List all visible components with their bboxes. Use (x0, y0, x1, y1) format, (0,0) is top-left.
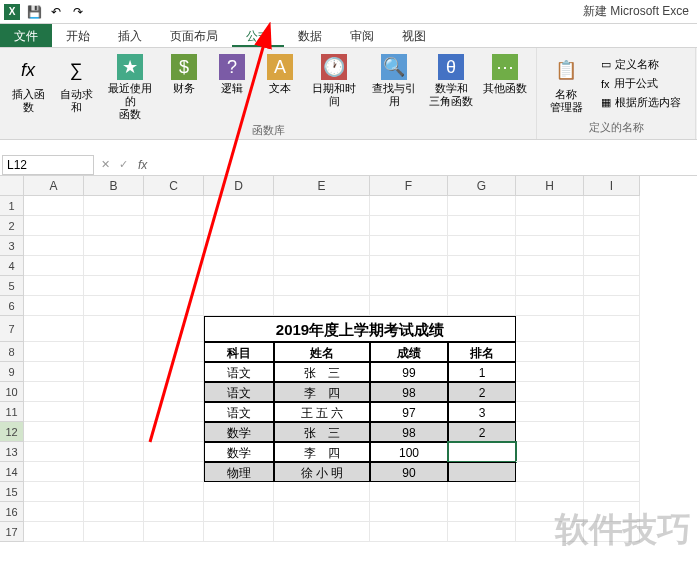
cell[interactable]: 数学 (204, 422, 274, 442)
cell[interactable] (448, 442, 516, 462)
cell[interactable] (516, 462, 584, 482)
cell[interactable] (84, 382, 144, 402)
cell[interactable] (584, 382, 640, 402)
cell[interactable] (584, 316, 640, 342)
cell[interactable] (516, 296, 584, 316)
cell[interactable]: 1 (448, 362, 516, 382)
cell[interactable] (84, 462, 144, 482)
cell[interactable] (204, 296, 274, 316)
cell[interactable]: 2 (448, 422, 516, 442)
cell[interactable] (516, 256, 584, 276)
cell[interactable] (204, 256, 274, 276)
cell[interactable] (448, 196, 516, 216)
col-header-H[interactable]: H (516, 176, 584, 196)
row-header[interactable]: 11 (0, 402, 24, 422)
cell[interactable] (370, 276, 448, 296)
cell[interactable]: 李 四 (274, 382, 370, 402)
cell[interactable] (24, 276, 84, 296)
cell[interactable] (274, 296, 370, 316)
cell[interactable] (516, 442, 584, 462)
col-header-F[interactable]: F (370, 176, 448, 196)
text-button[interactable]: A 文本 (258, 52, 302, 97)
cell[interactable] (370, 502, 448, 522)
row-header[interactable]: 8 (0, 342, 24, 362)
tab-layout[interactable]: 页面布局 (156, 24, 232, 47)
row-header[interactable]: 9 (0, 362, 24, 382)
cell[interactable] (516, 402, 584, 422)
cell[interactable] (84, 442, 144, 462)
from-selection-button[interactable]: ▦根据所选内容 (597, 94, 685, 111)
autosum-button[interactable]: ∑ 自动求和 (54, 52, 98, 116)
cell[interactable]: 王 五 六 (274, 402, 370, 422)
name-manager-button[interactable]: 📋 名称 管理器 (543, 52, 589, 116)
col-header-D[interactable]: D (204, 176, 274, 196)
cell[interactable] (84, 522, 144, 542)
cell[interactable] (144, 382, 204, 402)
cell[interactable]: 100 (370, 442, 448, 462)
row-header[interactable]: 6 (0, 296, 24, 316)
cell[interactable] (144, 316, 204, 342)
cell[interactable] (204, 522, 274, 542)
cell[interactable] (448, 256, 516, 276)
redo-icon[interactable]: ↷ (70, 4, 86, 20)
cell[interactable]: 姓名 (274, 342, 370, 362)
cell[interactable]: 90 (370, 462, 448, 482)
row-header[interactable]: 5 (0, 276, 24, 296)
cell[interactable] (448, 296, 516, 316)
cell[interactable] (144, 502, 204, 522)
cell[interactable]: 2 (448, 382, 516, 402)
cell[interactable] (24, 502, 84, 522)
cell[interactable] (24, 362, 84, 382)
finance-button[interactable]: $ 财务 (162, 52, 206, 97)
cell[interactable] (274, 236, 370, 256)
cell[interactable]: 成绩 (370, 342, 448, 362)
col-header-I[interactable]: I (584, 176, 640, 196)
cell[interactable] (584, 402, 640, 422)
cell[interactable] (584, 482, 640, 502)
cell[interactable]: 98 (370, 422, 448, 442)
cell[interactable]: 2019年度上学期考试成绩 (204, 316, 516, 342)
cell[interactable] (144, 216, 204, 236)
row-header[interactable]: 14 (0, 462, 24, 482)
cell[interactable]: 物理 (204, 462, 274, 482)
cell[interactable] (84, 256, 144, 276)
cell[interactable]: 科目 (204, 342, 274, 362)
cell[interactable] (204, 236, 274, 256)
select-all-corner[interactable] (0, 176, 24, 196)
col-header-B[interactable]: B (84, 176, 144, 196)
row-header[interactable]: 10 (0, 382, 24, 402)
cell[interactable] (516, 276, 584, 296)
cell[interactable] (370, 196, 448, 216)
row-header[interactable]: 4 (0, 256, 24, 276)
cell[interactable] (274, 256, 370, 276)
cancel-icon[interactable]: ✕ (96, 158, 114, 171)
col-header-A[interactable]: A (24, 176, 84, 196)
cell[interactable] (516, 316, 584, 342)
cell[interactable] (84, 402, 144, 422)
tab-formulas[interactable]: 公式 (232, 24, 284, 47)
cell[interactable] (448, 276, 516, 296)
cell[interactable] (144, 522, 204, 542)
cell[interactable] (516, 236, 584, 256)
tab-home[interactable]: 开始 (52, 24, 104, 47)
cell[interactable] (24, 216, 84, 236)
cell[interactable] (584, 422, 640, 442)
row-header[interactable]: 12 (0, 422, 24, 442)
cell[interactable] (274, 502, 370, 522)
cell[interactable] (84, 362, 144, 382)
cell[interactable] (370, 482, 448, 502)
row-header[interactable]: 2 (0, 216, 24, 236)
cell[interactable] (516, 342, 584, 362)
logic-button[interactable]: ? 逻辑 (210, 52, 254, 97)
cell[interactable] (144, 296, 204, 316)
cell[interactable] (84, 236, 144, 256)
cell[interactable] (144, 236, 204, 256)
cell[interactable] (144, 482, 204, 502)
cell[interactable] (144, 362, 204, 382)
cell[interactable] (448, 462, 516, 482)
cell[interactable] (144, 422, 204, 442)
use-formula-button[interactable]: fx用于公式 (597, 75, 685, 92)
cell[interactable] (24, 382, 84, 402)
cell[interactable]: 徐 小 明 (274, 462, 370, 482)
cell[interactable] (84, 276, 144, 296)
